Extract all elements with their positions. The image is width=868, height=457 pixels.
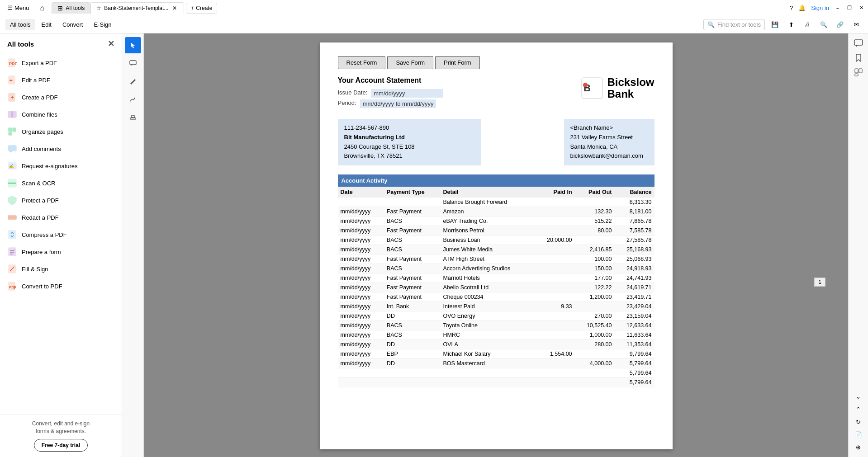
sign-in-link[interactable]: Sign in — [811, 5, 829, 11]
sidebar-item-comments[interactable]: Add comments — [0, 140, 122, 157]
page-number: 1 — [814, 278, 825, 287]
sidebar-item-redact[interactable]: Redact a PDF — [0, 209, 122, 226]
new-tab-button[interactable]: + Create — [186, 3, 217, 14]
cell-date: mm/dd/yyyy — [338, 302, 384, 311]
right-panel-refresh[interactable]: ↻ — [852, 415, 865, 428]
mail-icon-btn[interactable]: ✉ — [850, 19, 863, 31]
pdf-page: Reset Form Save Form Print Form Your Acc… — [320, 42, 673, 449]
help-icon[interactable]: ? — [790, 5, 793, 11]
minimize-button[interactable]: − — [835, 5, 841, 11]
issue-date-input[interactable]: mm/dd/yyyy — [371, 89, 443, 98]
cell-type: Int. Bank — [384, 302, 441, 311]
sidebar-item-fill-sign[interactable]: Fill & Sign — [0, 260, 122, 278]
cursor-tool[interactable] — [125, 37, 141, 53]
sidebar-item-edit-pdf[interactable]: ✏ Edit a PDF — [0, 71, 122, 89]
sidebar-close-button[interactable]: ✕ — [108, 39, 114, 49]
col-detail: Detail — [441, 187, 535, 198]
menubar-edit[interactable]: Edit — [37, 19, 56, 30]
tab-document[interactable]: ☆ Bank-Statement-Templat... ✕ — [90, 2, 184, 14]
save-form-button[interactable]: Save Form — [387, 56, 433, 69]
sidebar-footer: Convert, edit and e-signforms & agreemen… — [0, 414, 122, 457]
svg-rect-26 — [130, 61, 136, 65]
sidebar-item-combine[interactable]: Combine files — [0, 106, 122, 123]
upload-icon-btn[interactable]: ⬆ — [785, 19, 797, 31]
svg-rect-19 — [9, 248, 16, 256]
sidebar-footer-text: Convert, edit and e-signforms & agreemen… — [7, 420, 114, 435]
right-panel-bookmark[interactable] — [852, 52, 865, 64]
activity-table: Account Activity Date Payment Type Detai… — [338, 174, 655, 387]
menubar-convert[interactable]: Convert — [58, 19, 88, 30]
tab-all-tools-icon: ⊞ — [57, 5, 63, 12]
save-icon-btn[interactable]: 💾 — [768, 19, 781, 31]
right-panel-pages[interactable] — [852, 66, 865, 79]
sidebar-item-export-pdf[interactable]: PDF Export a PDF — [0, 54, 122, 71]
sidebar-item-scan-ocr[interactable]: Scan & OCR — [0, 174, 122, 192]
right-panel-comments[interactable] — [852, 37, 865, 50]
table-row: mm/dd/yyyy Int. Bank Interest Paid 9.33 … — [338, 302, 655, 311]
table-row: mm/dd/yyyy BACS Jumes White Media 2,416.… — [338, 245, 655, 254]
stamp-tool[interactable] — [125, 109, 141, 126]
right-panel-doc[interactable]: 📄 — [852, 428, 865, 441]
right-panel-chevron-up[interactable]: ⌃ — [852, 403, 865, 415]
menubar-esign[interactable]: E-Sign — [89, 19, 116, 30]
cell-type: BACS — [384, 236, 441, 245]
right-panel-chevron-down[interactable]: ⌄ — [852, 390, 865, 403]
cell-paid-in — [535, 245, 575, 254]
cell-balance: 8,181.00 — [615, 207, 655, 217]
cell-paid-in — [535, 359, 575, 368]
sidebar-item-organize[interactable]: Organize pages — [0, 123, 122, 140]
cell-balance: 24,741.93 — [615, 273, 655, 283]
menu-button[interactable]: ☰ Menu — [4, 3, 33, 13]
print-icon-btn[interactable]: 🖨 — [801, 19, 814, 31]
right-panel-zoom[interactable]: ⊕ — [852, 441, 865, 453]
link-icon-btn[interactable]: 🔗 — [834, 19, 846, 31]
zoom-icon-btn[interactable]: 🔍 — [817, 19, 830, 31]
right-panel-bottom: ⌄ ⌃ ↻ 📄 ⊕ — [852, 390, 865, 453]
tab-close-button[interactable]: ✕ — [171, 5, 178, 12]
bell-icon[interactable]: 🔔 — [798, 5, 806, 11]
cell-detail: Marriott Hotels — [441, 273, 535, 283]
table-row: 5,799.64 — [338, 368, 655, 378]
cell-date — [338, 378, 384, 387]
period-field: Period: mm/dd/yyyy to mm/dd/yyyy — [338, 99, 444, 108]
fill-sign-icon — [7, 264, 17, 274]
sidebar-item-create-pdf[interactable]: + Create a PDF — [0, 89, 122, 106]
menubar-all-tools[interactable]: All tools — [5, 19, 35, 30]
close-button[interactable]: ✕ — [858, 5, 864, 11]
svg-marker-27 — [131, 65, 133, 66]
bank-email: bickslowbank@domain.com — [570, 151, 648, 161]
col-type: Payment Type — [384, 187, 441, 198]
reset-form-button[interactable]: Reset Form — [338, 56, 386, 69]
cell-date: mm/dd/yyyy — [338, 217, 384, 226]
pen-tool[interactable] — [125, 73, 141, 90]
sidebar-item-protect[interactable]: Protect a PDF — [0, 192, 122, 209]
comment-tool[interactable] — [125, 55, 141, 71]
print-form-button[interactable]: Print Form — [435, 56, 480, 69]
cell-type: Fast Payment — [384, 254, 441, 264]
maximize-button[interactable]: ❐ — [846, 5, 853, 11]
cell-balance: 11,353.64 — [615, 340, 655, 349]
sidebar-item-prepare-form[interactable]: Prepare a form — [0, 243, 122, 260]
home-button[interactable]: ⌂ — [37, 2, 48, 14]
search-bar[interactable]: 🔍 Find text or tools — [703, 19, 765, 30]
client-address-block: 111-234-567-890 Bit Manufacturing Ltd 24… — [338, 119, 481, 165]
bank-address-block: <Branch Name> 231 Valley Farms Street Sa… — [564, 119, 655, 165]
cell-paid-in — [535, 264, 575, 273]
cell-date: mm/dd/yyyy — [338, 321, 384, 330]
sidebar-item-convert-pdf[interactable]: PDF Convert to PDF — [0, 278, 122, 295]
period-input[interactable]: mm/dd/yyyy to mm/dd/yyyy — [360, 99, 436, 108]
sidebar-item-compress[interactable]: Compress a PDF — [0, 226, 122, 243]
svg-marker-12 — [10, 151, 12, 153]
tab-all-tools[interactable]: ⊞ All tools — [52, 2, 90, 14]
cell-balance: 24,918.93 — [615, 264, 655, 273]
address-section: 111-234-567-890 Bit Manufacturing Ltd 24… — [338, 119, 655, 165]
cell-detail: Abelio Scotrail Ltd — [441, 283, 535, 292]
sidebar-item-esignatures[interactable]: ✍ Request e-signatures — [0, 157, 122, 174]
trial-button[interactable]: Free 7-day trial — [34, 439, 88, 452]
cell-detail: Business Loan — [441, 236, 535, 245]
signature-tool[interactable] — [125, 91, 141, 108]
content-area[interactable]: Reset Form Save Form Print Form Your Acc… — [144, 33, 848, 457]
cell-detail: Jumes White Media — [441, 245, 535, 254]
cell-detail: OVO Energy — [441, 311, 535, 321]
cell-detail: Accorn Advertising Studios — [441, 264, 535, 273]
